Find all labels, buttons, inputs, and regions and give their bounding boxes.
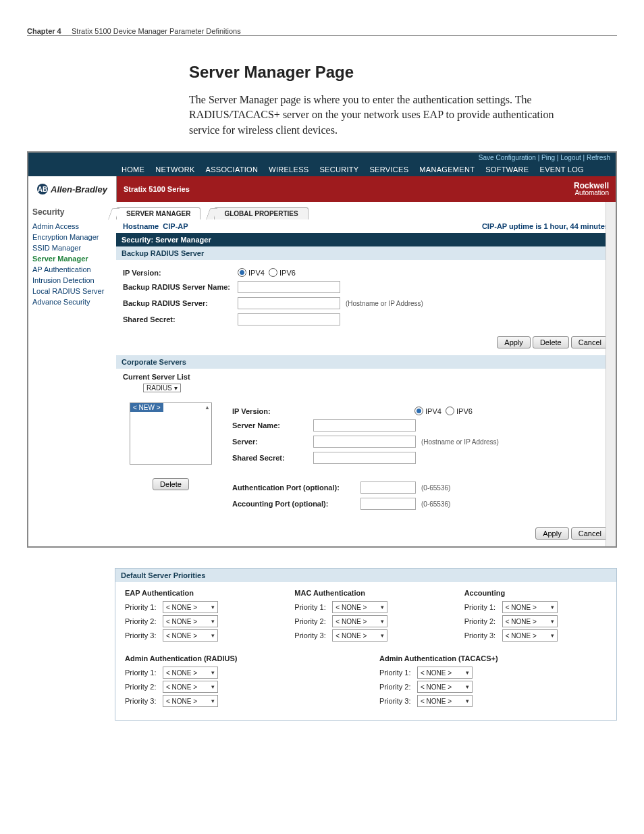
sidebar-item-admin-access[interactable]: Admin Access	[32, 221, 112, 232]
priority-row: Priority 1:< NONE >	[294, 601, 437, 613]
vertical-scrollbar[interactable]	[606, 202, 616, 546]
server-type-dropdown[interactable]: RADIUS ▾	[143, 384, 181, 392]
corporate-servers-header: Corporate Servers	[116, 355, 616, 369]
priority-select[interactable]: < NONE >	[502, 629, 558, 642]
delete-button[interactable]: Delete	[533, 336, 569, 348]
corporate-servers-form: Current Server List RADIUS ▾ < NEW > Del…	[116, 369, 616, 525]
priority-select[interactable]: < NONE >	[417, 681, 473, 693]
priority-row: Priority 3:< NONE >	[294, 629, 437, 642]
group-title: Accounting	[464, 589, 607, 597]
top-utility-links[interactable]: Save Configuration | Ping | Logout | Ref…	[28, 153, 616, 163]
priority-select[interactable]: < NONE >	[163, 695, 218, 707]
shared-secret-input[interactable]	[238, 313, 340, 325]
corp-server-input[interactable]	[313, 436, 416, 448]
ipv6-radio[interactable]	[269, 268, 277, 277]
acct-port-input[interactable]	[360, 498, 416, 510]
series-label: Stratix 5100 Series	[124, 185, 190, 193]
apply-button[interactable]: Apply	[497, 336, 531, 348]
priority-row: Priority 2:< NONE >	[294, 615, 437, 627]
priority-select[interactable]: < NONE >	[163, 681, 218, 693]
tab-global-properties[interactable]: GLOBAL PROPERTIES	[214, 207, 308, 219]
nav-wireless[interactable]: WIRELESS	[263, 163, 314, 176]
nav-home[interactable]: HOME	[116, 163, 150, 176]
tab-server-manager[interactable]: SERVER MANAGER	[116, 207, 200, 219]
sidebar-title: Security	[32, 207, 112, 217]
nav-event-log[interactable]: EVENT LOG	[535, 163, 589, 176]
nav-software[interactable]: SOFTWARE	[480, 163, 534, 176]
priority-label: Priority 1:	[125, 669, 163, 677]
corp-servername-label: Server Name:	[232, 421, 313, 429]
uptime-text: CIP-AP uptime is 1 hour, 44 minutes	[482, 222, 609, 230]
priority-select[interactable]: < NONE >	[163, 629, 218, 642]
ipv4-label: IPV4	[248, 269, 265, 277]
priority-row: Priority 3:< NONE >	[125, 695, 352, 707]
sidebar-item-ap-authentication[interactable]: AP Authentication	[32, 264, 112, 275]
acct-port-label: Accounting Port (optional):	[232, 500, 360, 508]
sidebar-item-server-manager[interactable]: Server Manager	[32, 253, 112, 264]
corp-apply-button[interactable]: Apply	[535, 527, 569, 540]
corp-ipv6-radio[interactable]	[446, 407, 454, 415]
sidebar-item-local-radius-server[interactable]: Local RADIUS Server	[32, 286, 112, 296]
brand-banner: AB Allen-Bradley Stratix 5100 Series Roc…	[28, 176, 616, 202]
priority-select[interactable]: < NONE >	[417, 667, 473, 679]
priority-label: Priority 1:	[464, 603, 502, 611]
auth-port-input[interactable]	[360, 481, 416, 494]
header-rule	[27, 35, 617, 36]
backup-radius-form: IP Version: IPV4 IPV6 Backup RADIUS Serv…	[116, 260, 616, 334]
priority-label: Priority 1:	[379, 669, 417, 677]
priority-select[interactable]: < NONE >	[332, 601, 387, 613]
priority-select[interactable]: < NONE >	[417, 695, 473, 707]
backup-server-label: Backup RADIUS Server:	[123, 299, 238, 307]
priority-group: MAC AuthenticationPriority 1:< NONE >Pri…	[294, 589, 437, 644]
corp-cancel-button[interactable]: Cancel	[571, 527, 609, 540]
ipv4-radio[interactable]	[238, 268, 246, 277]
host-hint: (Hostname or IP Address)	[346, 300, 423, 307]
shared-secret-label: Shared Secret:	[123, 315, 238, 323]
nav-network[interactable]: NETWORK	[150, 163, 200, 176]
corp-secret-input[interactable]	[313, 452, 416, 464]
current-server-list-label: Current Server List	[123, 373, 609, 381]
priority-label: Priority 3:	[125, 697, 163, 705]
backup-name-input[interactable]	[238, 281, 340, 293]
priority-select[interactable]: < NONE >	[332, 615, 387, 627]
priority-group: Admin Authentication (TACACS+)Priority 1…	[379, 654, 607, 709]
corp-servername-input[interactable]	[313, 419, 416, 432]
corp-button-row: Apply Cancel	[116, 525, 616, 546]
backup-name-label: Backup RADIUS Server Name:	[123, 283, 238, 291]
priority-row: Priority 3:< NONE >	[464, 629, 607, 642]
main-nav: HOMENETWORKASSOCIATIONWIRELESSSECURITYSE…	[28, 163, 616, 176]
priority-select[interactable]: < NONE >	[163, 601, 218, 613]
priority-label: Priority 3:	[464, 631, 502, 640]
main-content: SERVER MANAGER GLOBAL PROPERTIES Hostnam…	[116, 202, 616, 546]
auth-port-label: Authentication Port (optional):	[232, 484, 360, 492]
corp-server-label: Server:	[232, 438, 313, 446]
priority-label: Priority 3:	[379, 697, 417, 705]
nav-association[interactable]: ASSOCIATION	[200, 163, 264, 176]
server-list-box[interactable]: < NEW >	[130, 402, 212, 465]
priority-select[interactable]: < NONE >	[502, 615, 558, 627]
corp-ipv4-radio[interactable]	[414, 407, 423, 415]
priority-select[interactable]: < NONE >	[163, 615, 218, 627]
sidebar-item-encryption-manager[interactable]: Encryption Manager	[32, 232, 112, 242]
sidebar-item-intrusion-detection[interactable]: Intrusion Detection	[32, 275, 112, 286]
group-title: Admin Authentication (TACACS+)	[379, 654, 607, 662]
nav-security[interactable]: SECURITY	[314, 163, 364, 176]
backup-server-input[interactable]	[238, 297, 340, 309]
priority-label: Priority 2:	[294, 617, 332, 625]
priority-select[interactable]: < NONE >	[502, 601, 558, 613]
priority-select[interactable]: < NONE >	[332, 629, 387, 642]
priority-row: Priority 2:< NONE >	[125, 615, 267, 627]
corp-ipversion-label: IP Version:	[232, 407, 313, 415]
cancel-button[interactable]: Cancel	[571, 336, 609, 348]
nav-management[interactable]: MANAGEMENT	[414, 163, 480, 176]
sidebar-item-ssid-manager[interactable]: SSID Manager	[32, 242, 112, 253]
priority-select[interactable]: < NONE >	[163, 667, 218, 679]
corp-delete-button[interactable]: Delete	[153, 478, 189, 490]
rockwell-logo: Rockwell Automation	[574, 182, 609, 197]
sidebar-item-advance-security[interactable]: Advance Security	[32, 296, 112, 307]
new-server-item[interactable]: < NEW >	[130, 403, 163, 412]
backup-button-row: Apply Delete Cancel	[116, 334, 616, 355]
group-title: Admin Authentication (RADIUS)	[125, 654, 352, 662]
nav-services[interactable]: SERVICES	[364, 163, 414, 176]
priorities-header: Default Server Priorities	[115, 569, 616, 582]
